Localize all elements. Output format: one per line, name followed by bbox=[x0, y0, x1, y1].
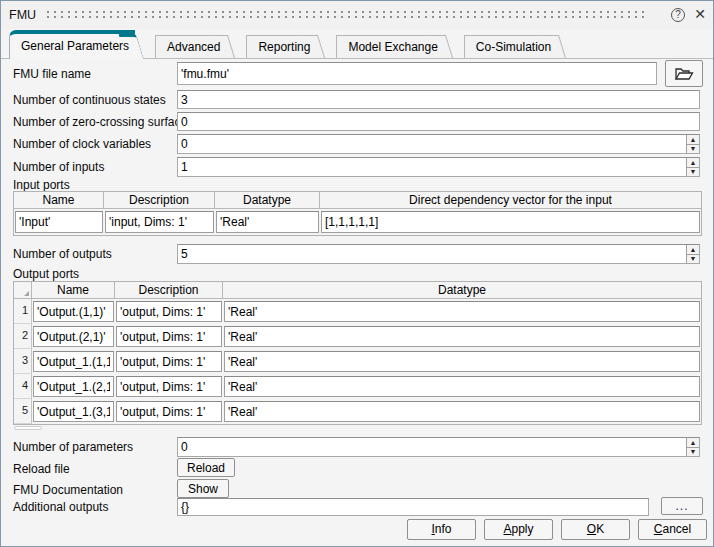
output-port-datatype-cell[interactable] bbox=[224, 351, 700, 372]
output-port-description-cell[interactable] bbox=[116, 326, 222, 347]
reload-file-label: Reload file bbox=[13, 462, 70, 476]
drag-grip[interactable] bbox=[47, 11, 645, 21]
ellipsis-button[interactable]: ... bbox=[661, 497, 703, 515]
row-fmu-file: FMU file name bbox=[13, 62, 700, 85]
row-zero-crossing: Number of zero-crossing surfaces bbox=[13, 112, 700, 131]
zero-crossing-label: Number of zero-crossing surfaces bbox=[13, 115, 193, 129]
column-header: Datatype bbox=[223, 282, 701, 299]
input-port-datatype-cell[interactable] bbox=[216, 211, 319, 233]
input-port-dependency-cell[interactable] bbox=[321, 211, 700, 233]
row-num-outputs: Number of outputs ▲▼ bbox=[13, 244, 700, 264]
num-parameters-input[interactable] bbox=[177, 437, 700, 457]
tab-general-parameters[interactable]: General Parameters bbox=[9, 30, 135, 59]
input-port-name-cell[interactable] bbox=[15, 211, 103, 233]
num-inputs-label: Number of inputs bbox=[13, 160, 104, 174]
button-label: Info bbox=[408, 520, 475, 539]
tab-label: General Parameters bbox=[21, 39, 129, 53]
spin-down-icon[interactable]: ▼ bbox=[687, 168, 699, 177]
tab-advanced[interactable]: Advanced bbox=[155, 35, 226, 58]
title-bar: FMU ? ✕ bbox=[1, 1, 713, 29]
ellipsis-icon: ... bbox=[675, 499, 688, 513]
row-clock-variables: Number of clock variables ▲▼ bbox=[13, 134, 700, 154]
folder-open-icon bbox=[674, 66, 694, 82]
column-header: Direct dependency vector for the input bbox=[320, 192, 701, 209]
row-num-parameters: Number of parameters ▲▼ bbox=[13, 437, 700, 457]
window-title: FMU bbox=[9, 8, 36, 22]
button-label: Cancel bbox=[639, 520, 706, 539]
num-outputs-spinner: ▲▼ bbox=[686, 245, 699, 263]
info-button[interactable]: Info bbox=[407, 519, 476, 540]
row-number: 3 bbox=[14, 349, 32, 374]
output-port-description-cell[interactable] bbox=[116, 376, 222, 397]
row-number: 5 bbox=[14, 399, 32, 424]
output-port-datatype-cell[interactable] bbox=[224, 401, 700, 422]
row-number: 1 bbox=[14, 299, 32, 324]
ok-button[interactable]: OK bbox=[561, 519, 630, 540]
output-port-datatype-cell[interactable] bbox=[224, 326, 700, 347]
clock-variables-spinner: ▲▼ bbox=[686, 135, 699, 153]
fmu-dialog: FMU ? ✕ General Parameters Advanced Repo… bbox=[0, 0, 714, 547]
num-outputs-label: Number of outputs bbox=[13, 247, 112, 261]
output-port-description-cell[interactable] bbox=[116, 301, 222, 322]
tab-reporting[interactable]: Reporting bbox=[246, 35, 316, 58]
spin-up-icon[interactable]: ▲ bbox=[687, 245, 699, 255]
table-hscrollbar-thumb[interactable] bbox=[14, 426, 42, 430]
input-ports-table: Name Description Datatype Direct depende… bbox=[13, 191, 702, 236]
input-port-description-cell[interactable] bbox=[105, 211, 214, 233]
row-number: 2 bbox=[14, 324, 32, 349]
row-additional-outputs: Additional outputs bbox=[13, 498, 700, 516]
column-header: Datatype bbox=[215, 192, 320, 209]
tab-co-simulation[interactable]: Co-Simulation bbox=[464, 35, 557, 58]
num-inputs-spinner: ▲▼ bbox=[686, 158, 699, 176]
column-header: Name bbox=[32, 282, 115, 299]
continuous-states-input[interactable] bbox=[177, 90, 700, 109]
fmu-file-input[interactable] bbox=[177, 62, 657, 85]
column-header: Description bbox=[115, 282, 223, 299]
output-port-name-cell[interactable] bbox=[33, 351, 114, 372]
spin-down-icon[interactable]: ▼ bbox=[687, 145, 699, 154]
tab-label: Co-Simulation bbox=[476, 40, 551, 54]
num-parameters-label: Number of parameters bbox=[13, 440, 133, 454]
row-continuous-states: Number of continuous states bbox=[13, 90, 700, 109]
output-port-name-cell[interactable] bbox=[33, 301, 114, 322]
tab-label: Advanced bbox=[167, 40, 220, 54]
browse-file-button[interactable] bbox=[665, 60, 703, 87]
output-port-datatype-cell[interactable] bbox=[224, 301, 700, 322]
output-ports-label: Output ports bbox=[13, 267, 79, 281]
close-icon[interactable]: ✕ bbox=[694, 6, 706, 22]
zero-crossing-input[interactable] bbox=[177, 112, 700, 131]
fmu-file-label: FMU file name bbox=[13, 67, 91, 81]
reload-button[interactable]: Reload bbox=[177, 458, 235, 477]
grip-dots bbox=[47, 16, 645, 18]
additional-outputs-label: Additional outputs bbox=[13, 500, 108, 514]
output-port-description-cell[interactable] bbox=[116, 401, 222, 422]
num-outputs-input[interactable] bbox=[177, 244, 700, 264]
tab-label: Model Exchange bbox=[348, 40, 437, 54]
additional-outputs-input[interactable] bbox=[177, 498, 649, 516]
spin-down-icon[interactable]: ▼ bbox=[687, 255, 699, 264]
clock-variables-input[interactable] bbox=[177, 134, 700, 154]
output-port-name-cell[interactable] bbox=[33, 401, 114, 422]
tab-model-exchange[interactable]: Model Exchange bbox=[336, 35, 443, 58]
output-port-datatype-cell[interactable] bbox=[224, 376, 700, 397]
output-port-name-cell[interactable] bbox=[33, 326, 114, 347]
apply-button[interactable]: Apply bbox=[484, 519, 553, 540]
show-documentation-button[interactable]: Show bbox=[177, 479, 229, 498]
spin-up-icon[interactable]: ▲ bbox=[687, 135, 699, 145]
column-header: Name bbox=[14, 192, 104, 209]
cancel-button[interactable]: Cancel bbox=[638, 519, 707, 540]
button-label: Apply bbox=[485, 520, 552, 539]
help-icon[interactable]: ? bbox=[671, 8, 685, 22]
row-num-inputs: Number of inputs ▲▼ bbox=[13, 157, 700, 177]
output-port-description-cell[interactable] bbox=[116, 351, 222, 372]
table-corner-cell bbox=[14, 282, 32, 299]
num-inputs-input[interactable] bbox=[177, 157, 700, 177]
spin-up-icon[interactable]: ▲ bbox=[687, 438, 699, 448]
column-header: Description bbox=[104, 192, 215, 209]
output-port-name-cell[interactable] bbox=[33, 376, 114, 397]
spin-down-icon[interactable]: ▼ bbox=[687, 448, 699, 457]
grip-dots bbox=[47, 11, 645, 13]
row-number: 4 bbox=[14, 374, 32, 399]
spin-up-icon[interactable]: ▲ bbox=[687, 158, 699, 168]
clock-variables-label: Number of clock variables bbox=[13, 137, 151, 151]
